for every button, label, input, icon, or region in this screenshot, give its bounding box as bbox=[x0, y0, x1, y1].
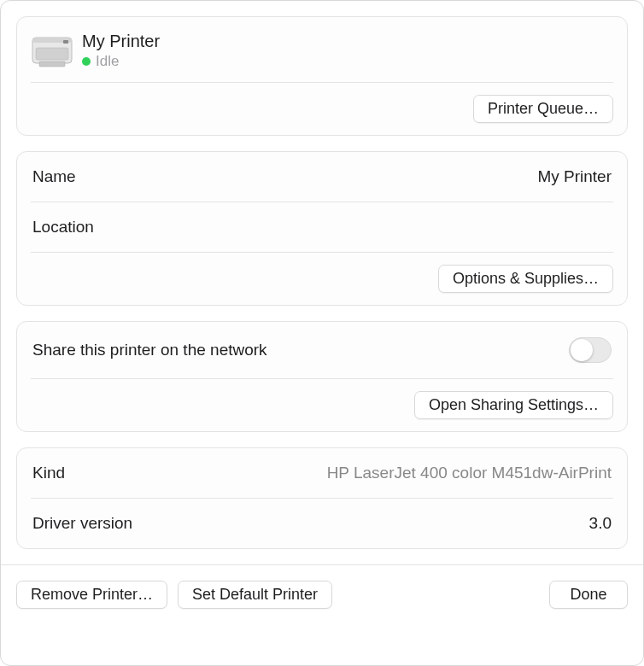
svg-rect-4 bbox=[63, 40, 68, 44]
kind-value: HP LaserJet 400 color M451dw-AirPrint bbox=[327, 464, 612, 482]
share-toggle[interactable] bbox=[569, 337, 612, 363]
set-default-printer-button[interactable]: Set Default Printer bbox=[178, 581, 332, 609]
kind-row: Kind HP LaserJet 400 color M451dw-AirPri… bbox=[17, 448, 627, 498]
svg-rect-2 bbox=[36, 48, 68, 60]
printer-queue-button[interactable]: Printer Queue… bbox=[473, 95, 613, 123]
printer-icon bbox=[31, 29, 73, 72]
location-label: Location bbox=[32, 218, 94, 237]
share-label: Share this printer on the network bbox=[32, 341, 267, 359]
printer-status-text: Idle bbox=[96, 53, 119, 70]
printer-name: My Printer bbox=[82, 32, 160, 51]
share-row: Share this printer on the network bbox=[17, 322, 627, 378]
printer-header-card: My Printer Idle Printer Queue… bbox=[16, 16, 628, 136]
printer-queue-row: Printer Queue… bbox=[17, 83, 627, 135]
printer-settings-window: My Printer Idle Printer Queue… Name My P… bbox=[0, 0, 644, 666]
printer-info: My Printer Idle bbox=[82, 32, 160, 70]
printer-details-card: Name My Printer Location Options & Suppl… bbox=[16, 151, 628, 306]
name-label: Name bbox=[32, 167, 76, 186]
name-value: My Printer bbox=[537, 167, 612, 186]
printer-header: My Printer Idle bbox=[17, 17, 627, 82]
location-row[interactable]: Location bbox=[17, 202, 627, 252]
footer: Remove Printer… Set Default Printer Done bbox=[16, 565, 628, 624]
done-button[interactable]: Done bbox=[549, 581, 628, 609]
name-row[interactable]: Name My Printer bbox=[17, 152, 627, 202]
status-dot-icon bbox=[82, 57, 91, 66]
open-sharing-row: Open Sharing Settings… bbox=[17, 379, 627, 431]
options-supplies-row: Options & Supplies… bbox=[17, 253, 627, 305]
driver-row: Driver version 3.0 bbox=[17, 499, 627, 548]
printer-status: Idle bbox=[82, 53, 160, 70]
driver-version-value: 3.0 bbox=[589, 514, 612, 533]
driver-version-label: Driver version bbox=[32, 514, 132, 533]
printer-info-card: Kind HP LaserJet 400 color M451dw-AirPri… bbox=[16, 447, 628, 549]
kind-label: Kind bbox=[32, 464, 65, 482]
open-sharing-settings-button[interactable]: Open Sharing Settings… bbox=[414, 391, 613, 419]
remove-printer-button[interactable]: Remove Printer… bbox=[16, 581, 167, 609]
svg-rect-3 bbox=[39, 61, 65, 67]
options-supplies-button[interactable]: Options & Supplies… bbox=[438, 265, 613, 293]
sharing-card: Share this printer on the network Open S… bbox=[16, 321, 628, 432]
